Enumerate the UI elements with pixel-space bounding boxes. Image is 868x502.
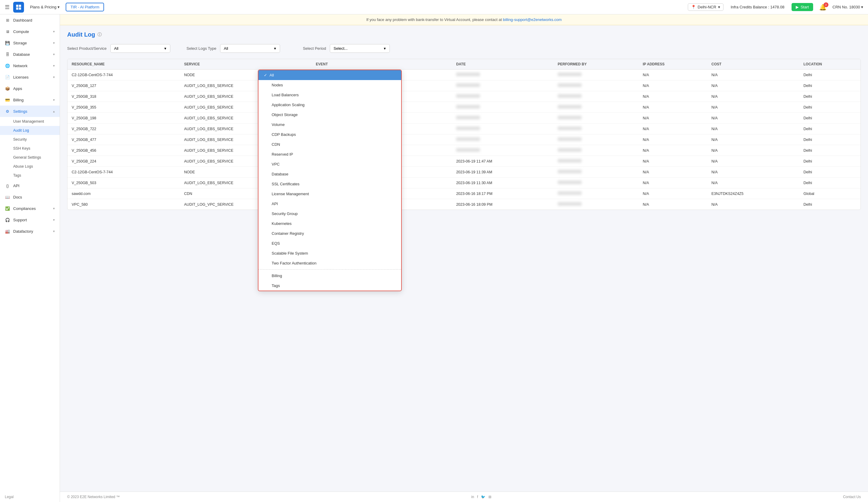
table-row: V_250GB_318AUDIT_LOG_EBS_SERVICEEBS_DELE…: [68, 91, 860, 102]
network-icon: 🌐: [5, 63, 10, 68]
dropdown-item-reserved-ip[interactable]: Reserved IP: [258, 149, 401, 159]
sidebar-item-api[interactable]: {} API: [0, 180, 60, 191]
svg-rect-2: [16, 7, 18, 9]
table-row: V_250GB_503AUDIT_LOG_EBS_SERVICEEBS_DELE…: [68, 177, 860, 188]
docs-icon: 📖: [5, 194, 10, 200]
sidebar-item-compliances[interactable]: ✅ Compliances ▾: [0, 203, 60, 214]
logs-type-filter: Select Logs Type All ▾: [177, 44, 280, 53]
dropdown-item-tags[interactable]: Tags: [258, 281, 401, 290]
region-selector[interactable]: 📍 Delhi-NCR ▾: [688, 3, 723, 11]
sidebar-item-user-management[interactable]: User Management: [0, 117, 60, 126]
region-chevron: ▾: [718, 5, 720, 9]
dropdown-item-container-registry[interactable]: Container Registry: [258, 228, 401, 238]
svg-rect-0: [16, 4, 18, 7]
dropdown-item-two-factor-auth[interactable]: Two Factor Authentication: [258, 258, 401, 268]
sidebar-item-settings[interactable]: ⚙ Settings ▴: [0, 105, 60, 117]
rss-icon[interactable]: ⊞: [488, 495, 492, 499]
sidebar-item-docs[interactable]: 📖 Docs: [0, 191, 60, 203]
dropdown-item-object-storage[interactable]: Object Storage: [258, 110, 401, 120]
dropdown-item-database[interactable]: Database: [258, 169, 401, 179]
sidebar-item-label: Database: [13, 52, 30, 57]
contact-us-link[interactable]: Contact Us: [843, 495, 861, 499]
content-area: Audit Log ⓘ Select Product/Service All ▾…: [60, 25, 868, 492]
billing-email-link[interactable]: billing-support@e2enetworks.com: [503, 17, 561, 22]
plans-pricing-button[interactable]: Plans & Pricing ▾: [28, 3, 62, 10]
dropdown-item-ssl-certificates[interactable]: SSL Certificates: [258, 179, 401, 189]
sidebar-item-security[interactable]: Security: [0, 135, 60, 144]
dropdown-item-cdn[interactable]: CDN: [258, 140, 401, 149]
twitter-icon[interactable]: 🐦: [481, 495, 485, 499]
notifications-button[interactable]: 🔔 3: [819, 3, 827, 11]
footer: © 2023 E2E Networks Limited ™ in f 🐦 ⊞ C…: [60, 492, 868, 502]
licenses-icon: 📄: [5, 74, 10, 80]
product-select[interactable]: All ▾: [110, 44, 170, 53]
col-performed-by: PERFORMED BY: [554, 59, 639, 70]
dropdown-item-kubernetes[interactable]: Kubernetes: [258, 218, 401, 228]
audit-log-table: RESOURCE_NAME SERVICE EVENT DATE PERFORM…: [67, 59, 861, 210]
sidebar-item-database[interactable]: 🗄 Database ▾: [0, 49, 60, 60]
hamburger-icon[interactable]: ☰: [5, 4, 10, 10]
table-row: V_250GB_355AUDIT_LOG_EBS_SERVICEEBS_DELE…: [68, 102, 860, 113]
sidebar-item-network[interactable]: 🌐 Network ▾: [0, 60, 60, 71]
facebook-icon[interactable]: f: [477, 495, 478, 499]
sidebar-item-support[interactable]: 🎧 Support ▾: [0, 214, 60, 226]
chevron-down-icon: ▾: [53, 207, 55, 211]
dropdown-item-vpc[interactable]: VPC: [258, 159, 401, 169]
logs-type-label: Select Logs Type: [177, 46, 216, 51]
dropdown-item-volume[interactable]: Volume: [258, 120, 401, 130]
dropdown-item-billing[interactable]: Billing: [258, 271, 401, 281]
select-chevron: ▾: [274, 46, 276, 51]
linkedin-icon[interactable]: in: [471, 495, 474, 499]
svg-rect-1: [19, 4, 21, 7]
dropdown-item-api[interactable]: API: [258, 199, 401, 209]
table-row: V_250GB_198AUDIT_LOG_EBS_SERVICEEBS_DELE…: [68, 113, 860, 124]
table-row: V_250GB_224AUDIT_LOG_EBS_SERVICEEBS_DELE…: [68, 156, 860, 167]
main-layout: ⊞ Dashboard 🖥 Compute ▾ 💾 Storage ▾ 🗄 Da…: [0, 14, 868, 502]
start-button[interactable]: ▶ Start: [792, 3, 813, 11]
sidebar-item-tags[interactable]: Tags: [0, 171, 60, 180]
col-service: SERVICE: [180, 59, 311, 70]
logs-type-select[interactable]: All ▾: [220, 44, 280, 53]
dropdown-item-load-balancers[interactable]: Load Balancers: [258, 90, 401, 100]
sidebar-item-dashboard[interactable]: ⊞ Dashboard: [0, 14, 60, 26]
dropdown-item-license-management[interactable]: License Management: [258, 189, 401, 199]
svg-rect-3: [19, 7, 21, 9]
help-icon[interactable]: ⓘ: [97, 32, 102, 38]
sidebar-item-datafactory[interactable]: 🏭 Datafactory ▾: [0, 226, 60, 237]
period-select[interactable]: Select... ▾: [330, 44, 390, 53]
sidebar-item-compute[interactable]: 🖥 Compute ▾: [0, 26, 60, 37]
sidebar-item-licenses[interactable]: 📄 Licenses ▾: [0, 71, 60, 83]
table-row: sawdd.comCDNCDN_DISTRIBUTION_DELETE2023-…: [68, 188, 860, 199]
col-location: LOCATION: [799, 59, 860, 70]
sidebar-item-abuse-logs[interactable]: Abuse Logs: [0, 162, 60, 171]
dropdown-item-eqs[interactable]: EQS: [258, 238, 401, 248]
col-cost: COST: [707, 59, 799, 70]
sidebar-item-audit-log[interactable]: Audit Log: [0, 126, 60, 135]
footer-social: in f 🐦 ⊞: [471, 495, 492, 499]
dropdown-item-all[interactable]: ✓All: [258, 70, 401, 80]
tir-platform-button[interactable]: TIR - AI Platform: [66, 3, 104, 11]
dropdown-item-cdp-backups[interactable]: CDP Backups: [258, 130, 401, 140]
col-event: EVENT: [311, 59, 452, 70]
dashboard-icon: ⊞: [5, 17, 10, 23]
sidebar-legal[interactable]: Legal: [0, 492, 60, 502]
sidebar-item-label: Settings: [13, 109, 27, 114]
sidebar-item-storage[interactable]: 💾 Storage ▾: [0, 37, 60, 49]
dropdown-item-application-scaling[interactable]: Application Scaling: [258, 100, 401, 110]
chevron-down-icon: ▾: [53, 218, 55, 222]
table-row: VPC_580AUDIT_LOG_VPC_SERVICEVPC_DELETION…: [68, 199, 860, 210]
sidebar-item-billing[interactable]: 💳 Billing ▾: [0, 94, 60, 105]
sidebar-item-general-settings[interactable]: General Settings: [0, 153, 60, 162]
dropdown-item-scalable-file-system[interactable]: Scalable File System: [258, 248, 401, 258]
database-icon: 🗄: [5, 52, 10, 57]
dropdown-item-nodes[interactable]: Nodes: [258, 80, 401, 90]
table-row: V_250GB_722AUDIT_LOG_EBS_SERVICEEBS_DELE…: [68, 124, 860, 134]
sidebar-item-ssh-keys[interactable]: SSH Keys: [0, 144, 60, 153]
product-dropdown: ✓AllNodesLoad BalancersApplication Scali…: [258, 70, 402, 291]
crn-selector[interactable]: CRN No. 18030 ▾: [833, 5, 863, 9]
api-icon: {}: [5, 183, 10, 188]
topbar: ☰ Plans & Pricing ▾ TIR - AI Platform 📍 …: [0, 0, 868, 14]
main-content: If you face any problem with bank-transf…: [60, 14, 868, 502]
sidebar-item-apps[interactable]: 📦 Apps: [0, 83, 60, 94]
dropdown-item-security-group[interactable]: Security Group: [258, 209, 401, 218]
